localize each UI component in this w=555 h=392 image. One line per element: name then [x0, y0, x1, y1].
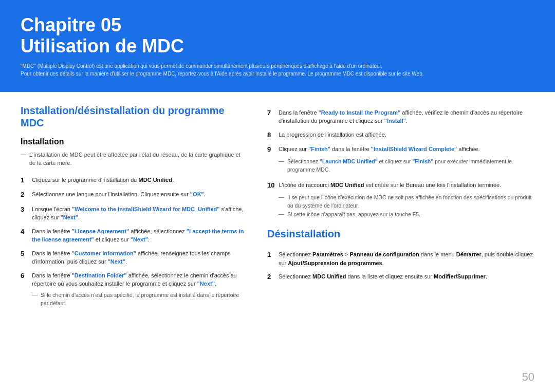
- step-text-10: L'icône de raccourci MDC Unified est cré…: [279, 181, 501, 190]
- step6-footnote: — Si le chemin d'accès n'est pas spécifi…: [32, 291, 247, 308]
- step-num-2: 2: [21, 190, 28, 200]
- header-subtitle-2: Pour obtenir des détails sur la manière …: [21, 70, 534, 78]
- step-text-4: Dans la fenêtre "License Agreement" affi…: [32, 227, 247, 244]
- step-text-1: Cliquez sur le programme d'installation …: [32, 176, 174, 184]
- chapter-title: Utilisation de MDC: [21, 35, 184, 57]
- step-item-3: 3 Lorsque l'écran "Welcome to the Instal…: [21, 205, 247, 222]
- step-num-6: 6: [21, 271, 28, 281]
- step-item-6: 6 Dans la fenêtre "Destination Folder" a…: [21, 271, 247, 288]
- step-text-7: Dans la fenêtre "Ready to Install the Pr…: [279, 108, 534, 125]
- desinstallation-title: Désinstallation: [267, 228, 534, 240]
- step-item-8: 8 La progression de l'installation est a…: [267, 130, 534, 140]
- footnote-text: Si le chemin d'accès n'est pas spécifié,…: [41, 291, 247, 308]
- note-text: L'installation de MDC peut être affectée…: [29, 151, 247, 167]
- step9-subnote-text: Sélectionnez "Launch MDC Unified" et cli…: [287, 158, 534, 174]
- header-title: Chapitre 05 Utilisation de MDC: [21, 14, 534, 57]
- right-steps-list: 7 Dans la fenêtre "Ready to Install the …: [267, 108, 534, 160]
- step-item-10: 10 L'icône de raccourci MDC Unified est …: [267, 181, 534, 191]
- step-item-7: 7 Dans la fenêtre "Ready to Install the …: [267, 108, 534, 125]
- step-num-4: 4: [21, 227, 28, 237]
- installation-steps-list: 1 Cliquez sur le programme d'installatio…: [21, 176, 247, 293]
- installation-note: — L'installation de MDC peut être affect…: [21, 151, 247, 167]
- step-text-6: Dans la fenêtre "Destination Folder" aff…: [32, 271, 247, 288]
- step-num-7: 7: [267, 108, 274, 118]
- step9-subnote: — Sélectionnez "Launch MDC Unified" et c…: [279, 158, 534, 174]
- step10-subnote2: — Si cette icône n'apparaît pas, appuyez…: [279, 211, 534, 219]
- step-text-3: Lorsque l'écran "Welcome to the InstallS…: [32, 205, 247, 222]
- desinst-num-2: 2: [267, 272, 274, 282]
- step-item-9: 9 Cliquez sur "Finish" dans la fenêtre "…: [267, 145, 534, 155]
- desinst-step-1: 1 Sélectionnez Paramètres > Panneau de c…: [267, 250, 534, 267]
- page: Chapitre 05 Utilisation de MDC "MDC" (Mu…: [0, 0, 555, 392]
- step-num-10: 10: [267, 180, 274, 191]
- step-text-5: Dans la fenêtre "Customer Information" a…: [32, 249, 247, 266]
- step-text-9: Cliquez sur "Finish" dans la fenêtre "In…: [279, 145, 480, 154]
- step10-dash2: —: [279, 211, 284, 217]
- desinst-text-2: Sélectionnez MDC Unified dans la liste e…: [279, 272, 487, 281]
- footnote-dash: —: [32, 291, 38, 297]
- step10-subnote1-text: Il se peut que l'icône d'exécution de MD…: [287, 194, 534, 210]
- step-text-2: Sélectionnez une langue pour l'installat…: [32, 190, 206, 199]
- chapter-number: Chapitre 05: [21, 14, 121, 35]
- desinst-num-1: 1: [267, 250, 274, 260]
- installation-title: Installation: [21, 137, 247, 146]
- header-subtitle-1: "MDC" (Multiple Display Control) est une…: [21, 62, 534, 70]
- step10-dash1: —: [279, 194, 284, 200]
- step-num-3: 3: [21, 204, 28, 215]
- page-number: 50: [522, 370, 534, 384]
- step-item-4: 4 Dans la fenêtre "License Agreement" af…: [21, 227, 247, 244]
- content: Installation/désinstallation du programm…: [0, 92, 555, 392]
- step9-dash: —: [279, 158, 284, 164]
- step-num-9: 9: [267, 144, 274, 155]
- desinstallation-steps-list: 1 Sélectionnez Paramètres > Panneau de c…: [267, 250, 534, 287]
- section-main-title: Installation/désinstallation du programm…: [21, 104, 247, 129]
- right-column: 7 Dans la fenêtre "Ready to Install the …: [267, 104, 534, 384]
- step-num-1: 1: [21, 175, 28, 185]
- note-dash: —: [21, 151, 26, 157]
- step-text-8: La progression de l'installation est aff…: [279, 130, 386, 139]
- header: Chapitre 05 Utilisation de MDC "MDC" (Mu…: [0, 0, 555, 92]
- step-item-2: 2 Sélectionnez une langue pour l'install…: [21, 190, 247, 200]
- step-num-5: 5: [21, 249, 28, 259]
- left-column: Installation/désinstallation du programm…: [21, 104, 247, 384]
- step-item-1: 1 Cliquez sur le programme d'installatio…: [21, 176, 247, 185]
- desinst-step-2: 2 Sélectionnez MDC Unified dans la liste…: [267, 272, 534, 282]
- step10-subnote1: — Il se peut que l'icône d'exécution de …: [279, 194, 534, 210]
- step10-subnote2-text: Si cette icône n'apparaît pas, appuyez s…: [287, 211, 420, 219]
- step-item-5: 5 Dans la fenêtre "Customer Information"…: [21, 249, 247, 266]
- step-num-8: 8: [267, 130, 274, 140]
- desinst-text-1: Sélectionnez Paramètres > Panneau de con…: [279, 250, 534, 267]
